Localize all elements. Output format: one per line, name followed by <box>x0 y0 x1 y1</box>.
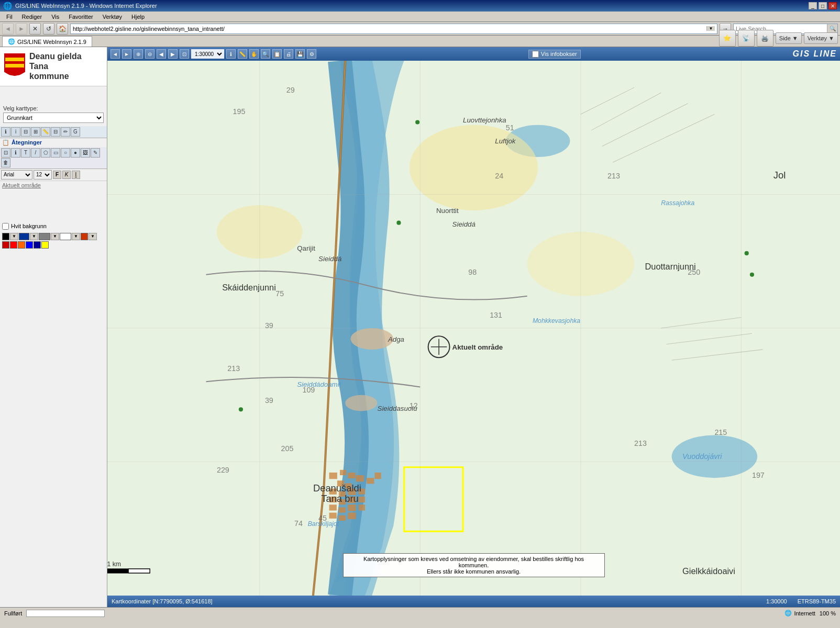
info-btn[interactable]: ℹ <box>226 49 236 59</box>
font-family-select[interactable]: Arial <box>1 170 32 180</box>
gis-btn-ruler[interactable]: 📏 <box>41 127 50 137</box>
draw-btn-1[interactable]: ⊡ <box>1 148 10 158</box>
draw-btn-poly[interactable]: ⬠ <box>41 148 50 158</box>
forward-button[interactable]: ► <box>16 23 27 35</box>
layer-btn[interactable]: 📋 <box>272 49 282 59</box>
svg-point-82 <box>415 120 419 124</box>
white-bg-checkbox[interactable] <box>2 223 9 230</box>
map-type-select[interactable]: Grunnkart Flyfoto Hybrid <box>3 113 104 123</box>
extent-btn[interactable]: ⊡ <box>180 49 189 59</box>
draw-btn-T[interactable]: T <box>21 148 30 158</box>
color-dropdown-3[interactable]: ▼ <box>51 233 59 240</box>
refresh-button[interactable]: ↺ <box>43 23 54 35</box>
vis-infobokser-btn[interactable]: Vis infobokser <box>528 50 581 59</box>
stop-button[interactable]: ✕ <box>29 23 41 35</box>
font-bold-btn[interactable]: F <box>53 171 61 179</box>
color-dropdown-2[interactable]: ▼ <box>30 233 38 240</box>
font-italic-btn[interactable]: K <box>62 171 71 179</box>
gis-btn-info[interactable]: ℹ <box>1 127 10 137</box>
minimize-button[interactable]: _ <box>809 2 817 9</box>
zoom-in-btn[interactable]: ⊕ <box>134 49 143 59</box>
url-dropdown[interactable]: ▼ <box>706 26 715 31</box>
draw-btn-image[interactable]: 🖼 <box>81 148 90 158</box>
gis-btn-layers[interactable]: ⊞ <box>31 127 40 137</box>
font-underline-btn[interactable]: I <box>72 171 80 179</box>
gis-btn-i[interactable]: i <box>11 127 20 137</box>
font-controls: Arial 12 F K I <box>0 169 107 181</box>
color-dropdown-5[interactable]: ▼ <box>89 233 97 240</box>
svg-point-7 <box>410 125 538 211</box>
measure-btn[interactable]: 📏 <box>238 49 247 59</box>
side-dropdown[interactable]: Side ▼ <box>776 32 802 44</box>
verktoy-dropdown[interactable]: Verktøy ▼ <box>804 32 838 44</box>
gis-btn-select[interactable]: ⊟ <box>51 127 60 137</box>
scale-select[interactable]: 1:30000 <box>191 49 224 59</box>
svg-rect-34 <box>348 513 356 519</box>
logo-text: Deanu gielda Tana kommune <box>29 51 82 82</box>
export-btn[interactable]: 💾 <box>295 49 305 59</box>
menu-favoritter[interactable]: Favoritter <box>64 13 97 21</box>
color-white1[interactable] <box>60 233 71 240</box>
nav-right-btn[interactable]: ► <box>122 49 131 59</box>
home-toolbar-btn[interactable]: ⭐ <box>719 30 736 47</box>
vis-checkbox[interactable] <box>532 51 539 58</box>
settings-btn[interactable]: ⚙ <box>307 49 316 59</box>
color-outline[interactable] <box>81 233 88 240</box>
title-bar-left: 🌐 GIS/LINE WebInnsyn 2.1.9 - Windows Int… <box>3 2 157 10</box>
draw-btn-2[interactable]: ℹ <box>11 148 20 158</box>
back-button[interactable]: ◄ <box>2 23 14 35</box>
font-size-select[interactable]: 12 <box>34 170 52 180</box>
svg-text:Gielkkáidoaivi: Gielkkáidoaivi <box>682 566 735 576</box>
color-red2[interactable] <box>10 241 17 249</box>
active-tab[interactable]: 🌐 GIS/LINE WebInnsyn 2.1.9 <box>2 36 92 47</box>
color-black[interactable] <box>2 233 9 240</box>
color-darkblue[interactable] <box>34 241 41 249</box>
draw-btn-circle[interactable]: ○ <box>61 148 70 158</box>
svg-point-10 <box>350 328 393 350</box>
menu-fil[interactable]: Fil <box>2 13 17 21</box>
color-orange[interactable] <box>18 241 25 249</box>
zoom-prev-btn[interactable]: ◀ <box>157 49 166 59</box>
svg-text:Duottarnjunni: Duottarnjunni <box>645 262 696 271</box>
zoom-out-btn[interactable]: ⊖ <box>145 49 154 59</box>
gis-btn-g[interactable]: G <box>71 127 80 137</box>
color-grey1[interactable] <box>39 233 50 240</box>
menu-rediger[interactable]: Rediger <box>18 13 47 21</box>
pan-btn[interactable]: ✋ <box>249 49 259 59</box>
svg-text:Qarijit: Qarijit <box>297 244 315 252</box>
search-btn[interactable]: 🔍 <box>261 49 270 59</box>
status-text: Fullført <box>4 610 22 616</box>
draw-btn-edit[interactable]: ✎ <box>91 148 100 158</box>
url-bar[interactable]: http://webhotel2.gisline.no/gislinewebin… <box>70 24 717 34</box>
rss-btn[interactable]: 📡 <box>738 30 755 47</box>
gis-btn-pen[interactable]: ✏ <box>61 127 70 137</box>
svg-text:Sieiddá: Sieiddá <box>318 255 341 263</box>
color-red[interactable] <box>2 241 9 249</box>
logo-line2: Tana <box>29 61 82 71</box>
area-label[interactable]: Aktuelt område <box>0 181 107 189</box>
print-btn[interactable]: 🖨️ <box>757 30 773 47</box>
color-dropdown-4[interactable]: ▼ <box>72 233 80 240</box>
draw-btn-delete[interactable]: 🗑 <box>1 158 10 167</box>
svg-rect-29 <box>339 507 346 512</box>
color-yellow[interactable] <box>41 241 49 249</box>
color-dropdown-1[interactable]: ▼ <box>10 233 18 240</box>
color-blue[interactable] <box>26 241 33 249</box>
draw-btn-dot[interactable]: ● <box>71 148 80 158</box>
menu-verktoy[interactable]: Verktøy <box>98 13 126 21</box>
map-canvas[interactable]: 195 29 51 24 213 250 75 98 39 131 109 39… <box>107 61 840 596</box>
close-button[interactable]: ✕ <box>828 2 837 9</box>
menu-hjelp[interactable]: Hjelp <box>127 13 149 21</box>
nav-left-btn[interactable]: ◄ <box>110 49 120 59</box>
ie-icon: 🌐 <box>3 2 12 10</box>
color-navy[interactable] <box>19 233 29 240</box>
print-map-btn[interactable]: 🖨 <box>284 49 293 59</box>
zoom-next-btn[interactable]: ▶ <box>168 49 178 59</box>
address-bar: ◄ ► ✕ ↺ 🏠 http://webhotel2.gisline.no/gi… <box>0 22 840 36</box>
home-button[interactable]: 🏠 <box>57 23 68 35</box>
gis-btn-table[interactable]: ⊟ <box>21 127 30 137</box>
draw-btn-line[interactable]: / <box>31 148 40 158</box>
draw-btn-rect[interactable]: ▭ <box>51 148 60 158</box>
restore-button[interactable]: □ <box>819 2 827 9</box>
menu-vis[interactable]: Vis <box>47 13 63 21</box>
